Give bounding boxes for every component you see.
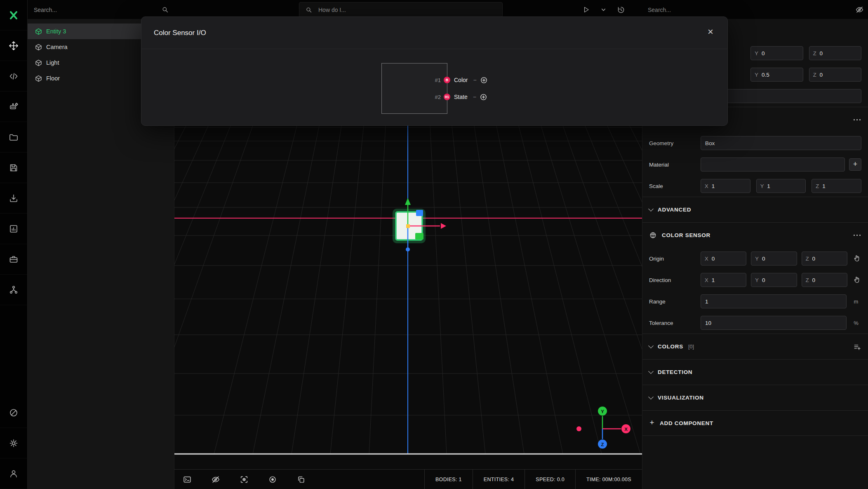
pin-row-color: #1 B Color −	[424, 75, 487, 85]
toggle-visibility-button[interactable]	[211, 475, 220, 484]
pick-origin-button[interactable]	[853, 254, 861, 263]
advanced-section-header[interactable]: ADVANCED	[642, 197, 868, 222]
cube-icon	[35, 28, 42, 35]
history-icon[interactable]	[617, 6, 625, 14]
direction-row: Direction X Y Z	[642, 269, 868, 291]
scale-z-input[interactable]	[822, 183, 857, 189]
origin-y-field[interactable]: Y	[751, 252, 797, 266]
settings-button[interactable]	[0, 428, 27, 458]
z-field[interactable]: Z	[809, 46, 861, 60]
visualization-section-header[interactable]: VISUALIZATION	[642, 385, 868, 410]
close-button[interactable]: ×	[708, 27, 713, 37]
detection-section-header[interactable]: DETECTION	[642, 359, 868, 385]
origin-z-field[interactable]: Z	[802, 252, 847, 266]
z-field[interactable]: Z	[809, 68, 861, 82]
y-field[interactable]: Y	[750, 46, 803, 60]
app-logo[interactable]	[0, 0, 27, 31]
add-component-label: ADD COMPONENT	[660, 420, 713, 426]
y-input[interactable]	[762, 50, 799, 56]
pin-label: State	[454, 94, 468, 100]
scale-y-field[interactable]: Y	[756, 179, 806, 193]
origin-x-input[interactable]	[712, 256, 743, 262]
plus-icon: +	[649, 418, 655, 427]
origin-z-input[interactable]	[812, 256, 843, 262]
direction-z-input[interactable]	[812, 277, 843, 283]
folder-icon	[9, 132, 19, 142]
import-button[interactable]	[0, 183, 27, 214]
geometry-label: Geometry	[649, 140, 701, 146]
section-menu-button[interactable]	[853, 232, 862, 239]
scale-x-input[interactable]	[712, 183, 746, 189]
toolbox-button[interactable]	[0, 244, 27, 275]
move-tool-button[interactable]	[0, 31, 27, 61]
left-toolbar	[0, 0, 28, 489]
range-label: Range	[649, 299, 701, 305]
list-add-icon	[853, 343, 861, 351]
add-material-button[interactable]: +	[849, 158, 861, 171]
hide-ui-button[interactable]	[855, 5, 864, 14]
record-button[interactable]	[268, 475, 277, 484]
axis-orientation-gizmo[interactable]: Y X Z	[576, 407, 630, 449]
add-component-button[interactable]: + ADD COMPONENT	[642, 410, 868, 436]
files-button[interactable]	[0, 122, 27, 153]
axis-label: Y	[755, 72, 758, 78]
colors-section-header[interactable]: COLORS [0]	[642, 334, 868, 359]
stats-button[interactable]	[0, 214, 27, 244]
node-tree-icon	[9, 285, 19, 295]
scale-z-field[interactable]: Z	[812, 179, 861, 193]
y-input[interactable]	[762, 72, 799, 78]
pin-index: #2	[424, 94, 441, 100]
help-search[interactable]	[299, 2, 503, 17]
axis-label: Z	[816, 183, 819, 189]
pick-direction-button[interactable]	[853, 276, 861, 284]
hierarchy-search-input[interactable]	[33, 6, 161, 14]
code-tool-button[interactable]	[0, 61, 27, 92]
add-color-button[interactable]	[853, 343, 861, 351]
console-icon	[183, 475, 192, 484]
direction-x-input[interactable]	[712, 277, 743, 283]
scale-x-field[interactable]: X	[701, 179, 750, 193]
robot-tool-button[interactable]	[0, 92, 27, 122]
save-button[interactable]	[0, 153, 27, 183]
y-field[interactable]: Y	[750, 68, 803, 82]
component-search-input[interactable]	[647, 6, 833, 14]
circle-plus-icon	[480, 94, 487, 101]
color-sensor-section-header[interactable]: COLOR SENSOR	[642, 222, 868, 248]
geometry-input[interactable]	[701, 136, 861, 150]
material-input[interactable]	[701, 158, 845, 172]
disable-button[interactable]	[0, 397, 27, 428]
pin-row-state: #2 01 State −	[424, 92, 487, 102]
section-menu-button[interactable]	[853, 117, 862, 123]
origin-y-input[interactable]	[762, 256, 793, 262]
color-sensor-io-modal: Color Sensor I/O × #1 B Color − #2 01 St…	[141, 16, 728, 126]
z-input[interactable]	[820, 72, 857, 78]
status-speed: SPEED: 0.0	[525, 470, 575, 489]
section-title: COLOR SENSOR	[662, 232, 710, 238]
duplicate-button[interactable]	[296, 475, 306, 484]
range-input[interactable]	[701, 294, 847, 308]
z-input[interactable]	[820, 50, 857, 56]
chevron-down-icon	[648, 343, 654, 348]
scale-y-input[interactable]	[767, 183, 802, 189]
tolerance-row: Tolerance %	[642, 312, 868, 334]
add-connection-button[interactable]	[480, 94, 487, 101]
direction-x-field[interactable]: X	[701, 273, 746, 287]
play-button[interactable]	[582, 6, 590, 14]
help-search-input[interactable]	[318, 6, 496, 14]
direction-z-field[interactable]: Z	[802, 273, 847, 287]
circle-plus-icon	[480, 77, 487, 84]
modal-title: Color Sensor I/O	[154, 29, 206, 37]
direction-y-field[interactable]: Y	[751, 273, 797, 287]
chevron-down-icon[interactable]	[601, 7, 606, 12]
hierarchy-button[interactable]	[0, 275, 27, 305]
origin-x-field[interactable]: X	[701, 252, 746, 266]
chevron-down-icon	[648, 206, 654, 212]
tolerance-unit: %	[851, 320, 861, 326]
account-button[interactable]	[0, 458, 27, 489]
console-button[interactable]	[183, 475, 192, 484]
add-connection-button[interactable]	[480, 77, 487, 84]
tolerance-input[interactable]	[701, 316, 847, 330]
direction-y-input[interactable]	[762, 277, 793, 283]
focus-selection-button[interactable]	[240, 475, 249, 484]
io-node-box[interactable]	[381, 63, 447, 114]
